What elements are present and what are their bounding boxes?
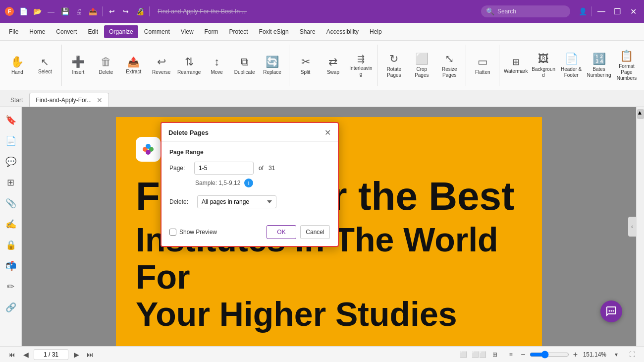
ribbon-swap[interactable]: ⇄ Swap [320, 43, 346, 88]
sidebar-signatures[interactable]: ✍ [2, 215, 20, 233]
ok-button[interactable]: OK [267, 225, 296, 239]
sidebar-comments[interactable]: 💬 [2, 153, 20, 171]
redo-icon[interactable]: ↪ [120, 6, 131, 17]
show-preview-label[interactable]: Show Preview [179, 229, 217, 236]
next-page-button[interactable]: ▶ [70, 349, 82, 361]
menu-convert[interactable]: Convert [51, 25, 82, 38]
ribbon-sep-2 [289, 45, 289, 86]
menu-comment[interactable]: Comment [139, 25, 175, 38]
dialog-close-button[interactable]: ✕ [324, 128, 331, 137]
ribbon-move[interactable]: ↕ Move [204, 43, 230, 88]
new-file-icon[interactable]: 📄 [18, 6, 29, 17]
hand-icon: ✋ [10, 56, 24, 68]
last-page-button[interactable]: ⏭ [84, 349, 96, 361]
sidebar-redaction[interactable]: ✏ [2, 278, 20, 296]
sidebar-attachments[interactable]: 📎 [2, 194, 20, 212]
sidebar-security[interactable]: 🔒 [2, 236, 20, 254]
ribbon-extract[interactable]: 📤 Extract [120, 43, 147, 88]
first-page-button[interactable]: ⏮ [6, 349, 18, 361]
zoom-in-button[interactable]: + [573, 350, 578, 359]
svg-point-5 [146, 144, 151, 149]
sidebar-layers[interactable]: ⊞ [2, 174, 20, 191]
zoom-out-button[interactable]: − [521, 350, 525, 359]
ribbon-format-page-numbers[interactable]: 📋 Format Page Numbers [613, 43, 640, 88]
info-icon[interactable]: i [244, 179, 253, 187]
ribbon-select[interactable]: ↖ Select [32, 43, 58, 88]
window-minimize-button[interactable]: — [594, 4, 608, 18]
ribbon-rearrange[interactable]: ⇅ Rearrange [176, 43, 203, 88]
menu-help[interactable]: Help [365, 25, 387, 38]
page-range-input[interactable] [194, 162, 254, 175]
menu-accessibility[interactable]: Accessibility [322, 25, 364, 38]
window-close-button[interactable]: ✕ [626, 4, 640, 18]
ribbon-split[interactable]: ✂ Split [292, 43, 319, 88]
ribbon-bates-numbering[interactable]: 🔢 Bates Numbering [586, 43, 612, 88]
tab-find-apply[interactable]: Find-and-Apply-For... ✕ [29, 93, 109, 107]
ribbon-hand[interactable]: ✋ Hand [4, 43, 31, 88]
ribbon-interleaving[interactable]: ⇶ Interleaving [347, 43, 374, 88]
double-page-view-button[interactable]: ⬜⬜ [473, 349, 485, 361]
window-restore-button[interactable]: ❐ [610, 4, 624, 18]
search-box[interactable]: 🔍 [481, 5, 570, 17]
menu-home[interactable]: Home [24, 25, 50, 38]
menu-protect[interactable]: Protect [224, 25, 253, 38]
fullscreen-button[interactable]: ⛶ [626, 349, 638, 361]
ribbon-crop-pages[interactable]: ⬜ Crop Pages [408, 43, 435, 88]
thumbnail-view-button[interactable]: ⊞ [489, 349, 501, 361]
delete-icon: 🗑 [101, 56, 111, 68]
print-icon[interactable]: 🖨 [73, 6, 84, 17]
ribbon-header-footer[interactable]: 📄 Header & Footer [558, 43, 585, 88]
sidebar-pages[interactable]: 📄 [2, 132, 20, 150]
save-icon[interactable]: 💾 [59, 6, 70, 17]
ribbon-duplicate[interactable]: ⧉ Duplicate [231, 43, 258, 88]
menu-share[interactable]: Share [295, 25, 321, 38]
delete-select[interactable]: All pages in range Even pages Odd pages [197, 195, 276, 208]
ribbon-background[interactable]: 🖼 Background [530, 43, 557, 88]
menu-view[interactable]: View [176, 25, 199, 38]
sidebar-share[interactable]: 🔗 [2, 299, 20, 316]
stamp-icon[interactable]: 🔏 [134, 6, 145, 17]
background-icon: 🖼 [538, 53, 549, 65]
ribbon-watermark[interactable]: ⊞ Watermark [502, 43, 529, 88]
pdf-logo [136, 137, 161, 162]
rotate-pages-icon: ↻ [389, 53, 398, 65]
chat-fab-button[interactable] [600, 301, 622, 322]
tab-close-icon[interactable]: ✕ [97, 96, 103, 104]
svg-text:F: F [8, 8, 11, 14]
ribbon-delete[interactable]: 🗑 Delete [93, 43, 119, 88]
single-page-view-button[interactable]: ⬜ [457, 349, 469, 361]
scroll-up-arrow[interactable]: ▲ [637, 109, 644, 119]
menu-file[interactable]: File [4, 25, 23, 38]
interleaving-label: Interleaving [348, 65, 373, 77]
menu-foxit-esign[interactable]: Foxit eSign [254, 25, 294, 38]
ribbon-insert[interactable]: ➕ Insert [65, 43, 92, 88]
sidebar-stamps[interactable]: 📬 [2, 257, 20, 275]
ribbon-resize-pages[interactable]: ⤡ Resize Pages [436, 43, 463, 88]
undo-icon[interactable]: ↩ [107, 6, 117, 17]
open-icon[interactable]: 📂 [32, 6, 43, 17]
cancel-button[interactable]: Cancel [300, 225, 330, 239]
ribbon-reverse[interactable]: ↩ Reverse [148, 43, 175, 88]
user-icon[interactable]: 👤 [577, 6, 588, 17]
collapse-button[interactable]: ‹ [628, 217, 636, 237]
zoom-dropdown-button[interactable]: ▾ [610, 349, 622, 361]
search-input[interactable] [497, 8, 557, 15]
show-preview-checkbox[interactable] [169, 229, 176, 236]
ribbon-flatten[interactable]: ▭ Flatten [469, 43, 496, 88]
share-icon[interactable]: 📤 [87, 6, 98, 17]
scroll-view-button[interactable]: ≡ [505, 349, 517, 361]
sidebar-bookmark[interactable]: 🔖 [2, 111, 20, 129]
tab-start[interactable]: Start [4, 93, 29, 107]
prev-page-button[interactable]: ◀ [20, 349, 32, 361]
replace-label: Replace [263, 69, 281, 75]
menu-organize[interactable]: Organize [104, 25, 138, 38]
page-number-input[interactable] [34, 349, 68, 360]
menu-edit[interactable]: Edit [83, 25, 103, 38]
ribbon-replace[interactable]: 🔄 Replace [259, 43, 286, 88]
ribbon-rotate-pages[interactable]: ↻ Rotate Pages [380, 43, 407, 88]
zoom-slider[interactable] [530, 351, 569, 359]
minimize-icon[interactable]: — [46, 6, 56, 17]
menu-form[interactable]: Form [200, 25, 223, 38]
dialog-buttons: OK Cancel [267, 225, 330, 239]
svg-point-7 [609, 310, 610, 312]
